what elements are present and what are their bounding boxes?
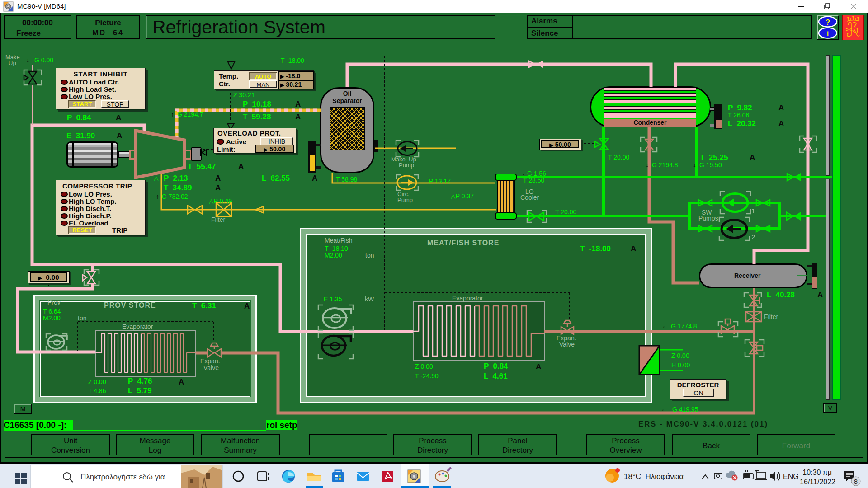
svg-text:16/11/2022: 16/11/2022 — [800, 478, 835, 486]
svg-text:ENG: ENG — [783, 473, 799, 480]
svg-text:18°C Ηλιοφάνεια: 18°C Ηλιοφάνεια — [624, 472, 684, 481]
svg-text:8: 8 — [854, 478, 858, 485]
svg-text:10:30 πμ: 10:30 πμ — [802, 469, 832, 476]
svg-text:Πληκτρολογήστε εδώ για: Πληκτρολογήστε εδώ για — [80, 473, 165, 481]
